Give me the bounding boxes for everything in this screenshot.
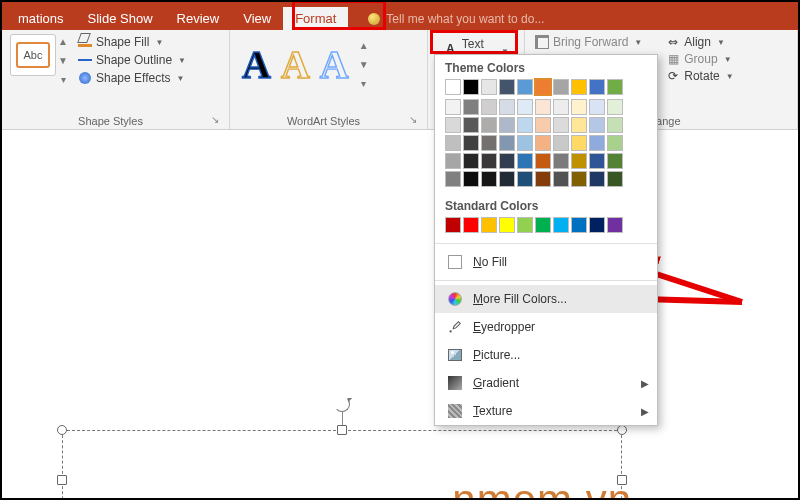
gallery-down-icon[interactable]: ▼ xyxy=(58,55,68,66)
standard-swatch[interactable] xyxy=(499,217,515,233)
shape-outline-button[interactable]: Shape Outline ▼ xyxy=(76,52,188,68)
theme-swatch[interactable] xyxy=(571,79,587,95)
shape-styles-dialog-launcher[interactable]: ↘ xyxy=(211,114,221,127)
theme-shade-swatch[interactable] xyxy=(499,135,515,151)
theme-shade-swatch[interactable] xyxy=(445,171,461,187)
theme-shade-swatch[interactable] xyxy=(481,171,497,187)
theme-shade-swatch[interactable] xyxy=(535,153,551,169)
theme-shade-swatch[interactable] xyxy=(553,171,569,187)
theme-shade-swatch[interactable] xyxy=(607,99,623,115)
gallery-up-icon[interactable]: ▲ xyxy=(58,36,68,47)
theme-shade-swatch[interactable] xyxy=(463,171,479,187)
theme-shade-swatch[interactable] xyxy=(445,135,461,151)
resize-handle-nw[interactable] xyxy=(57,425,67,435)
standard-swatch[interactable] xyxy=(571,217,587,233)
gallery-more-icon[interactable]: ▾ xyxy=(359,78,369,89)
theme-shade-swatch[interactable] xyxy=(517,99,533,115)
wordart-gallery[interactable]: A A A ▲ ▼ ▾ xyxy=(238,34,373,89)
standard-swatch[interactable] xyxy=(535,217,551,233)
theme-shade-swatch[interactable] xyxy=(445,153,461,169)
slide-canvas[interactable]: nmem vn xyxy=(2,130,798,498)
theme-shade-swatch[interactable] xyxy=(517,135,533,151)
theme-shade-swatch[interactable] xyxy=(589,99,605,115)
theme-shade-swatch[interactable] xyxy=(481,153,497,169)
gallery-more-icon[interactable]: ▾ xyxy=(58,74,68,85)
bring-forward-button[interactable]: Bring Forward▼ xyxy=(533,34,644,50)
theme-swatch[interactable] xyxy=(463,79,479,95)
theme-shade-swatch[interactable] xyxy=(535,117,551,133)
tab-animations[interactable]: mations xyxy=(6,7,76,30)
theme-shade-swatch[interactable] xyxy=(517,117,533,133)
tab-slideshow[interactable]: Slide Show xyxy=(76,7,165,30)
theme-swatch[interactable] xyxy=(445,79,461,95)
standard-swatch[interactable] xyxy=(481,217,497,233)
group-button[interactable]: ▦Group▼ xyxy=(664,51,735,67)
theme-shade-swatch[interactable] xyxy=(553,135,569,151)
theme-shade-swatch[interactable] xyxy=(463,153,479,169)
tell-me-search[interactable]: Tell me what you want to do... xyxy=(368,12,544,30)
standard-swatch[interactable] xyxy=(445,217,461,233)
standard-swatch[interactable] xyxy=(463,217,479,233)
theme-shade-swatch[interactable] xyxy=(607,135,623,151)
theme-shade-swatch[interactable] xyxy=(571,135,587,151)
theme-shade-swatch[interactable] xyxy=(499,153,515,169)
theme-shade-swatch[interactable] xyxy=(481,99,497,115)
theme-shade-swatch[interactable] xyxy=(499,99,515,115)
theme-shade-swatch[interactable] xyxy=(589,117,605,133)
theme-shade-swatch[interactable] xyxy=(499,117,515,133)
rotation-handle[interactable] xyxy=(334,396,350,412)
theme-shade-swatch[interactable] xyxy=(517,153,533,169)
theme-shade-swatch[interactable] xyxy=(589,135,605,151)
gallery-up-icon[interactable]: ▲ xyxy=(359,40,369,51)
theme-shade-swatch[interactable] xyxy=(589,153,605,169)
no-fill-item[interactable]: No Fill xyxy=(435,248,657,276)
shape-style-gallery[interactable]: Abc ▲ ▼ ▾ xyxy=(10,34,68,85)
theme-swatch[interactable] xyxy=(607,79,623,95)
theme-shade-swatch[interactable] xyxy=(553,153,569,169)
theme-shade-swatch[interactable] xyxy=(463,135,479,151)
resize-handle-w[interactable] xyxy=(57,475,67,485)
tab-review[interactable]: Review xyxy=(165,7,232,30)
picture-item[interactable]: Picture... xyxy=(435,341,657,369)
wordart-dialog-launcher[interactable]: ↘ xyxy=(409,114,419,127)
textbox-content[interactable]: nmem vn xyxy=(452,476,632,500)
theme-swatch[interactable] xyxy=(499,79,515,95)
theme-shade-swatch[interactable] xyxy=(607,171,623,187)
theme-swatch[interactable] xyxy=(553,79,569,95)
theme-shade-swatch[interactable] xyxy=(499,171,515,187)
theme-shade-swatch[interactable] xyxy=(607,117,623,133)
rotate-button[interactable]: ⟳Rotate▼ xyxy=(664,68,735,84)
theme-shade-swatch[interactable] xyxy=(571,99,587,115)
theme-shade-swatch[interactable] xyxy=(553,99,569,115)
wordart-preset-3[interactable]: A xyxy=(320,41,349,88)
theme-shade-swatch[interactable] xyxy=(571,153,587,169)
standard-swatch[interactable] xyxy=(517,217,533,233)
shape-style-preset[interactable]: Abc xyxy=(10,34,56,76)
tab-format[interactable]: Format xyxy=(283,7,348,30)
wordart-preset-2[interactable]: A xyxy=(281,41,310,88)
theme-shade-swatch[interactable] xyxy=(607,153,623,169)
theme-swatch[interactable] xyxy=(481,79,497,95)
wordart-preset-1[interactable]: A xyxy=(242,41,271,88)
gallery-down-icon[interactable]: ▼ xyxy=(359,59,369,70)
align-button[interactable]: ⇔Align▼ xyxy=(664,34,735,50)
theme-swatch[interactable] xyxy=(517,79,533,95)
texture-item[interactable]: Texture ▶ xyxy=(435,397,657,425)
theme-shade-swatch[interactable] xyxy=(481,135,497,151)
theme-shade-swatch[interactable] xyxy=(445,99,461,115)
theme-swatch[interactable] xyxy=(589,79,605,95)
theme-shade-swatch[interactable] xyxy=(463,99,479,115)
tab-view[interactable]: View xyxy=(231,7,283,30)
theme-shade-swatch[interactable] xyxy=(445,117,461,133)
theme-swatch[interactable] xyxy=(535,79,551,95)
theme-shade-swatch[interactable] xyxy=(571,171,587,187)
standard-swatch[interactable] xyxy=(607,217,623,233)
more-fill-colors-item[interactable]: More Fill Colors... xyxy=(435,285,657,313)
eyedropper-item[interactable]: Eyedropper xyxy=(435,313,657,341)
theme-shade-swatch[interactable] xyxy=(463,117,479,133)
theme-shade-swatch[interactable] xyxy=(535,135,551,151)
shape-fill-button[interactable]: Shape Fill ▼ xyxy=(76,34,188,50)
resize-handle-ne[interactable] xyxy=(617,425,627,435)
gradient-item[interactable]: Gradient ▶ xyxy=(435,369,657,397)
standard-swatch[interactable] xyxy=(589,217,605,233)
